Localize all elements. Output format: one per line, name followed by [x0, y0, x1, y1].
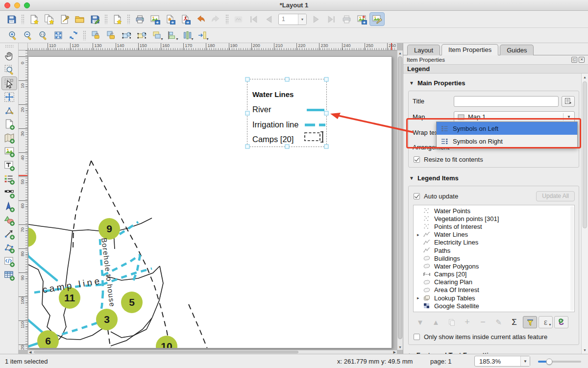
option-symbols-on-left[interactable]: Symbols on Left — [437, 122, 577, 135]
add-north-arrow-button[interactable] — [1, 200, 17, 214]
resize-handle[interactable] — [324, 77, 329, 82]
legend-tree-item[interactable]: Google Satellite — [414, 302, 574, 310]
zoom-slider[interactable] — [538, 361, 581, 363]
move-item-up-button[interactable]: ▲ — [429, 316, 443, 328]
legend-tree-item[interactable]: Electricity Lines — [414, 239, 574, 246]
zoom-level-combo[interactable]: 185.3% ▼ — [474, 356, 530, 367]
refresh-view-button[interactable] — [66, 28, 81, 42]
resize-handle[interactable] — [245, 77, 250, 82]
scrollbar-thumb[interactable] — [398, 56, 402, 339]
undo-button[interactable] — [193, 12, 208, 26]
resize-handle[interactable] — [285, 145, 289, 149]
new-layout-button[interactable] — [26, 12, 42, 26]
collapse-triangle-icon[interactable]: ▼ — [409, 175, 414, 181]
select-move-item-button[interactable] — [1, 76, 17, 90]
scrollbar-thumb[interactable] — [34, 351, 298, 353]
legend-tree-item[interactable]: ▸Lookup Tables — [414, 294, 574, 302]
legend-items-tree[interactable]: Water PointsVegetation points [301]Point… — [413, 205, 575, 312]
export-as-pdf-button[interactable] — [178, 12, 193, 26]
close-dock-icon[interactable]: ✕ — [579, 57, 585, 63]
add-arrow-button[interactable] — [1, 227, 17, 241]
section-main-properties[interactable]: ▼ Main Properties — [409, 79, 581, 87]
distribute-items-button[interactable]: ▼ — [179, 28, 195, 42]
add-scalebar-button[interactable] — [1, 186, 17, 200]
resize-handle[interactable] — [245, 145, 250, 149]
zoom-out-button[interactable] — [20, 28, 35, 42]
legend-tree-item[interactable]: Clearing Plan — [414, 278, 574, 286]
zoom-full-extent-button[interactable] — [50, 28, 66, 42]
scroll-down-icon[interactable]: ▼ — [582, 348, 588, 352]
collapse-triangle-icon[interactable]: ▼ — [409, 80, 414, 86]
open-layout-button[interactable] — [72, 12, 87, 26]
legend-tree-item[interactable]: Area Of Interest — [414, 286, 574, 294]
move-item-content-button[interactable] — [1, 90, 17, 104]
edit-item-button[interactable]: ✎ — [491, 316, 506, 328]
save-project-button[interactable] — [4, 12, 19, 26]
legend-tree-item[interactable]: Paths — [414, 246, 574, 254]
update-all-button[interactable]: Update All — [536, 191, 575, 201]
zoom-in-button[interactable] — [5, 28, 20, 42]
add-item-button[interactable]: + — [460, 316, 474, 328]
layout-manager-button[interactable] — [57, 12, 72, 26]
filter-by-expression-button[interactable]: ε▼ — [539, 316, 553, 328]
legend-item-selected[interactable]: Water Lines River Irrigation line Camps … — [247, 79, 327, 147]
summarize-button[interactable]: Σ — [507, 316, 521, 328]
new-item-from-template-button[interactable] — [110, 12, 125, 26]
scroll-up-icon[interactable]: ▲ — [582, 75, 588, 79]
add-expression-button[interactable]: Ɛ — [554, 316, 568, 328]
next-feature-button[interactable] — [309, 12, 324, 26]
atlas-page-spinbox[interactable]: ▼ — [278, 14, 307, 25]
scrollbar-thumb[interactable] — [583, 81, 587, 228]
atlas-page-input[interactable] — [279, 16, 297, 23]
add-shape-button[interactable] — [1, 214, 17, 227]
edit-nodes-item-button[interactable] — [1, 104, 17, 118]
legend-tree-item[interactable]: Camps [20] — [414, 270, 574, 278]
preview-atlas-button[interactable] — [231, 12, 246, 26]
print-atlas-button[interactable] — [339, 12, 354, 26]
legend-tree-item[interactable]: Water Points — [414, 207, 574, 215]
expander-icon[interactable]: ▸ — [417, 232, 423, 237]
legend-tree-item[interactable]: Vegetation points [301] — [414, 215, 574, 222]
scroll-down-icon[interactable]: ▼ — [397, 345, 403, 349]
panel-scrollbar[interactable]: ▲ ▼ — [581, 74, 588, 354]
filter-legend-by-map-button[interactable] — [523, 316, 537, 328]
tab-layout[interactable]: Layout — [407, 45, 440, 55]
first-feature-button[interactable] — [246, 12, 261, 26]
redo-button[interactable] — [208, 12, 223, 26]
minimize-window-button[interactable] — [14, 2, 20, 8]
layout-page[interactable]: 9 11 5 3 6 10 camp line Borehole to hous… — [28, 56, 392, 348]
legend-tree-item[interactable]: Water Polygons — [414, 262, 574, 270]
layout-canvas[interactable]: 1101201301401501601701801902002102202302… — [19, 43, 403, 354]
move-item-down-button[interactable]: ▼ — [413, 316, 427, 328]
close-window-button[interactable] — [4, 2, 10, 8]
atlas-settings-button[interactable] — [369, 12, 385, 26]
export-atlas-button[interactable] — [354, 12, 369, 26]
scroll-right-icon[interactable]: ▶ — [393, 350, 396, 354]
resize-handle[interactable] — [324, 111, 329, 115]
ungroup-items-button[interactable] — [134, 28, 149, 42]
collapsed-triangle-icon[interactable]: ▶ — [409, 352, 413, 354]
option-symbols-on-right[interactable]: Symbols on Right — [437, 135, 577, 147]
map-item[interactable]: 9 11 5 3 6 10 camp line Borehole to hous… — [28, 57, 392, 348]
unlock-all-items-button[interactable] — [103, 28, 119, 42]
add-legend-button[interactable] — [1, 172, 17, 186]
print-layout-button[interactable] — [132, 12, 147, 26]
tab-item-properties[interactable]: Item Properties — [441, 44, 498, 55]
resize-handle[interactable] — [245, 111, 250, 115]
section-fonts-formatting[interactable]: ▶ Fonts and Text Formatting — [409, 351, 581, 354]
legend-tree-item[interactable]: ▸Water Lines — [414, 231, 574, 239]
export-as-image-button[interactable] — [147, 12, 163, 26]
auto-update-checkbox[interactable] — [414, 193, 420, 199]
add-node-item-button[interactable] — [1, 241, 17, 255]
raise-items-button[interactable]: ▼ — [149, 28, 164, 42]
resize-handle[interactable] — [285, 77, 289, 82]
lock-selected-items-button[interactable] — [88, 28, 103, 42]
spinbox-dropdown-arrow-icon[interactable]: ▼ — [298, 14, 306, 25]
save-as-template-button[interactable] — [87, 12, 102, 26]
expander-icon[interactable]: ▸ — [417, 295, 423, 300]
add-page-button[interactable] — [1, 118, 17, 131]
map-combo[interactable]: Map 1 ▼ — [454, 111, 575, 123]
resize-handle[interactable] — [324, 145, 329, 149]
resize-to-fit-checkbox[interactable] — [414, 156, 420, 163]
align-items-button[interactable]: ▼ — [164, 28, 179, 42]
